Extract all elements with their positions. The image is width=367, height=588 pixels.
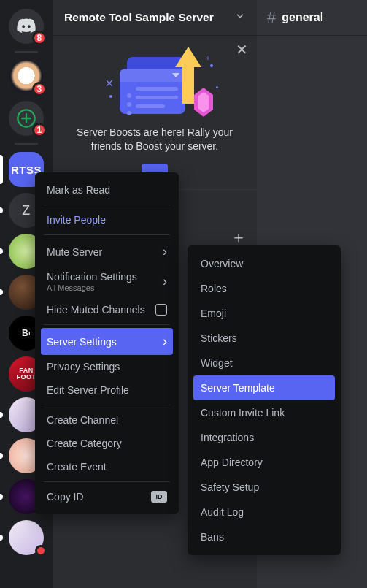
unread-pill <box>0 289 3 295</box>
menu-mute-server[interactable]: Mute Server <box>41 238 173 265</box>
id-icon: ID <box>151 491 167 503</box>
unread-pill <box>0 207 3 213</box>
menu-copy-id[interactable]: Copy IDID <box>41 485 173 508</box>
menu-separator <box>44 405 170 405</box>
menu-label: Notification Settings <box>47 271 137 283</box>
submenu-stickers[interactable]: Stickers <box>193 326 335 351</box>
unread-pill <box>0 248 3 254</box>
rail-separator <box>15 143 38 145</box>
menu-label: Stickers <box>201 332 237 344</box>
menu-edit-server-profile[interactable]: Edit Server Profile <box>41 378 173 402</box>
menu-hide-muted-channels[interactable]: Hide Muted Channels <box>41 298 173 321</box>
server-badge <box>35 545 47 557</box>
menu-create-event[interactable]: Create Event <box>41 455 173 478</box>
menu-separator <box>44 481 170 482</box>
server-acronym: Z <box>22 203 31 218</box>
hash-icon: # <box>267 8 276 27</box>
home-badge: 8 <box>32 31 47 45</box>
server-icon[interactable]: 3 <box>9 60 44 95</box>
menu-separator <box>44 205 170 205</box>
unread-pill <box>0 535 3 541</box>
boost-line2: friends to Boost your server. <box>64 140 245 153</box>
menu-server-settings[interactable]: Server Settings <box>41 328 173 355</box>
menu-notification-settings[interactable]: Notification SettingsAll Messages <box>41 265 173 298</box>
boost-gem-icon <box>194 88 213 117</box>
menu-label: Safety Setup <box>201 481 259 493</box>
add-badge: 1 <box>32 123 47 137</box>
chevron-down-icon <box>235 11 245 24</box>
menu-invite-people[interactable]: Invite People <box>41 208 173 232</box>
chevron-right-icon <box>163 334 167 349</box>
menu-separator <box>44 324 170 325</box>
menu-label: Create Event <box>47 461 107 473</box>
server-context-menu: Mark as Read Invite People Mute Server N… <box>35 172 179 514</box>
boost-text: Server Boosts are here! Rally your frien… <box>64 126 245 153</box>
submenu-safety-setup[interactable]: Safety Setup <box>193 475 335 500</box>
menu-label: Invite People <box>47 214 106 226</box>
menu-label: Custom Invite Link <box>201 407 285 419</box>
menu-create-category[interactable]: Create Category <box>41 432 173 455</box>
menu-label: Server Settings <box>47 336 117 348</box>
submenu-server-template[interactable]: Server Template <box>193 375 335 400</box>
submenu-bans[interactable]: Bans <box>193 524 335 549</box>
server-name-dropdown[interactable]: Remote Tool Sample Server <box>53 0 257 35</box>
menu-label: Widget <box>201 357 233 369</box>
menu-label: Roles <box>201 283 227 294</box>
submenu-roles[interactable]: Roles <box>193 276 335 301</box>
checkbox-icon <box>155 304 167 316</box>
chevron-right-icon <box>163 244 167 259</box>
menu-label: Mark as Read <box>47 184 110 196</box>
menu-label: Copy ID <box>47 491 84 503</box>
menu-label: Emoji <box>201 308 226 319</box>
unread-pill <box>0 453 3 459</box>
server-settings-submenu: Overview Roles Emoji Stickers Widget Ser… <box>188 245 341 555</box>
submenu-emoji[interactable]: Emoji <box>193 301 335 326</box>
channel-name: general <box>282 11 323 24</box>
boost-illustration: ✕ + <box>64 47 245 120</box>
submenu-custom-invite-link[interactable]: Custom Invite Link <box>193 400 335 425</box>
channel-header: # general <box>257 0 367 35</box>
unread-pill <box>0 494 3 500</box>
menu-label: Server Template <box>201 382 275 394</box>
menu-label: Privacy Settings <box>47 361 120 373</box>
menu-label: Edit Server Profile <box>47 384 129 396</box>
unread-pill <box>0 412 3 418</box>
rail-separator <box>15 51 38 53</box>
menu-label: Audit Log <box>201 506 244 518</box>
menu-label: Overview <box>201 258 243 270</box>
boost-line1: Server Boosts are here! Rally your <box>64 126 245 140</box>
menu-label: App Directory <box>201 457 263 468</box>
chevron-right-icon <box>163 274 167 289</box>
menu-privacy-settings[interactable]: Privacy Settings <box>41 355 173 378</box>
selection-pill <box>0 155 3 184</box>
server-name: Remote Tool Sample Server <box>64 11 214 24</box>
discord-home-button[interactable]: 8 <box>9 9 44 44</box>
menu-label: Integrations <box>201 432 254 443</box>
server-badge: 3 <box>32 82 47 96</box>
submenu-widget[interactable]: Widget <box>193 351 335 375</box>
server-icon[interactable] <box>9 520 44 555</box>
submenu-audit-log[interactable]: Audit Log <box>193 500 335 524</box>
menu-sublabel: All Messages <box>47 283 137 292</box>
add-server-button[interactable]: 1 <box>9 101 44 136</box>
menu-separator <box>44 234 170 235</box>
menu-create-channel[interactable]: Create Channel <box>41 408 173 432</box>
menu-label: Bans <box>201 531 224 543</box>
submenu-overview[interactable]: Overview <box>193 251 335 276</box>
menu-label: Hide Muted Channels <box>47 304 145 316</box>
menu-mark-as-read[interactable]: Mark as Read <box>41 178 173 202</box>
submenu-app-directory[interactable]: App Directory <box>193 450 335 475</box>
create-channel-plus-icon[interactable]: ＋ <box>231 229 247 245</box>
boost-banner: ✕ ✕ + Server Boosts are here! Rally your… <box>53 35 257 190</box>
menu-label: Create Channel <box>47 414 118 426</box>
menu-label: Create Category <box>47 438 122 449</box>
menu-label: Mute Server <box>47 246 102 258</box>
submenu-integrations[interactable]: Integrations <box>193 425 335 450</box>
